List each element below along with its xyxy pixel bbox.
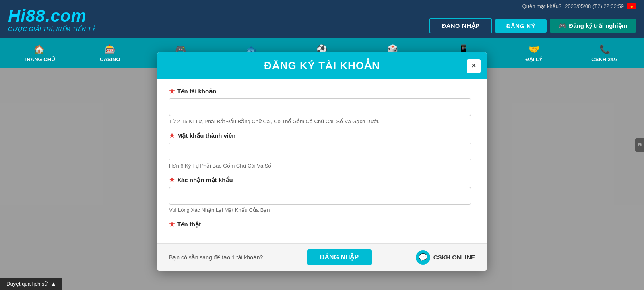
vietnam-flag-icon (627, 3, 636, 9)
nav-label-trang-chu: TRANG CHỦ (23, 56, 55, 62)
username-group: ★ Tên tài khoản Từ 2-15 Kí Tự, Phải Bắt … (169, 87, 471, 124)
sidebar-item-cskh[interactable]: 📞 CSKH 24/7 (588, 44, 621, 62)
nav-label-casino: CASINO (100, 56, 120, 62)
header: Hi88.com CƯỢC GIẢI TRÍ, KIẾM TIỀN TỶ Quê… (0, 0, 644, 38)
confirm-password-input[interactable] (169, 187, 471, 205)
modal-body: ★ Tên tài khoản Từ 2-15 Kí Tự, Phải Bắt … (157, 79, 487, 243)
gamepad-icon: 🎮 (559, 22, 566, 29)
header-buttons: ĐĂNG NHẬP ĐĂNG KÝ 🎮 Đăng ký trải nghiệm (429, 18, 636, 33)
username-input[interactable] (169, 98, 471, 116)
arrow-up-icon: ▲ (51, 281, 56, 287)
confirm-password-group: ★ Xác nhận mật khẩu Vui Lòng Xác Nhận Lạ… (169, 176, 471, 213)
trial-register-button[interactable]: 🎮 Đăng ký trải nghiệm (550, 19, 636, 33)
close-button[interactable]: × (467, 59, 481, 73)
username-label: ★ Tên tài khoản (169, 87, 471, 95)
password-input[interactable] (169, 143, 471, 160)
sidebar-item-dai-ly[interactable]: 🤝 ĐẠI LÝ (518, 44, 550, 62)
cskh-nav-icon: 📞 (599, 44, 610, 55)
dai-ly-icon: 🤝 (528, 44, 539, 55)
header-top-right: Quên mật khẩu? 2023/05/08 (T2) 22:32:59 (522, 3, 636, 9)
logo-subtitle: CƯỢC GIẢI TRÍ, KIẾM TIỀN TỶ (8, 26, 95, 32)
confirm-password-label: ★ Xác nhận mật khẩu (169, 176, 471, 184)
footer-login-button[interactable]: ĐĂNG NHẬP (307, 249, 372, 265)
register-modal: ĐĂNG KÝ TÀI KHOẢN × ★ Tên tài khoản Từ 2… (157, 52, 487, 271)
modal-title: ĐĂNG KÝ TÀI KHOẢN (264, 60, 380, 72)
logo-area: Hi88.com CƯỢC GIẢI TRÍ, KIẾM TIỀN TỶ (8, 6, 95, 32)
casino-icon: 🎰 (105, 44, 116, 55)
required-star-password: ★ (169, 132, 175, 139)
password-hint: Hơn 6 Ký Tự Phải Bao Gồm Chữ Cái Và Số (169, 163, 471, 169)
username-hint: Từ 2-15 Kí Tự, Phải Bắt Đầu Bằng Chữ Cái… (169, 118, 471, 124)
footer-question-text: Bạn có sẵn sàng để tạo 1 tài khoản? (169, 254, 263, 261)
history-label: Duyệt qua lịch sử (6, 281, 47, 287)
home-icon: 🏠 (34, 44, 45, 55)
modal-header: ĐĂNG KÝ TÀI KHOẢN × (157, 52, 487, 79)
cskh-label: CSKH ONLINE (433, 254, 475, 261)
real-name-label: ★ Tên thật (169, 220, 471, 228)
required-star-confirm: ★ (169, 176, 175, 184)
login-button[interactable]: ĐĂNG NHẬP (429, 18, 492, 33)
datetime: 2023/05/08 (T2) 22:32:59 (565, 3, 624, 9)
side-widget: ✉ (635, 138, 644, 152)
sidebar-item-casino[interactable]: 🎰 CASINO (94, 44, 126, 62)
nav-label-dai-ly: ĐẠI LÝ (525, 56, 542, 62)
forgot-password-link[interactable]: Quên mật khẩu? (522, 3, 562, 9)
required-star-username: ★ (169, 87, 175, 95)
nav-label-cskh: CSKH 24/7 (591, 56, 618, 62)
modal-footer: Bạn có sẵn sàng để tạo 1 tài khoản? ĐĂNG… (157, 243, 487, 271)
sidebar-item-trang-chu[interactable]: 🏠 TRANG CHỦ (23, 44, 56, 62)
cskh-icon: 💬 (416, 250, 430, 265)
confirm-password-hint: Vui Lòng Xác Nhận Lại Mật Khẩu Của Bạn (169, 207, 471, 213)
register-button[interactable]: ĐĂNG KÝ (495, 19, 547, 33)
password-label: ★ Mật khẩu thành viên (169, 132, 471, 139)
required-star-realname: ★ (169, 220, 175, 228)
footer-cskh: 💬 CSKH ONLINE (416, 250, 475, 265)
password-group: ★ Mật khẩu thành viên Hơn 6 Ký Tự Phải B… (169, 132, 471, 169)
logo-title: Hi88.com (8, 6, 95, 26)
real-name-group: ★ Tên thật (169, 220, 471, 228)
bottom-bar[interactable]: Duyệt qua lịch sử ▲ (0, 278, 62, 290)
